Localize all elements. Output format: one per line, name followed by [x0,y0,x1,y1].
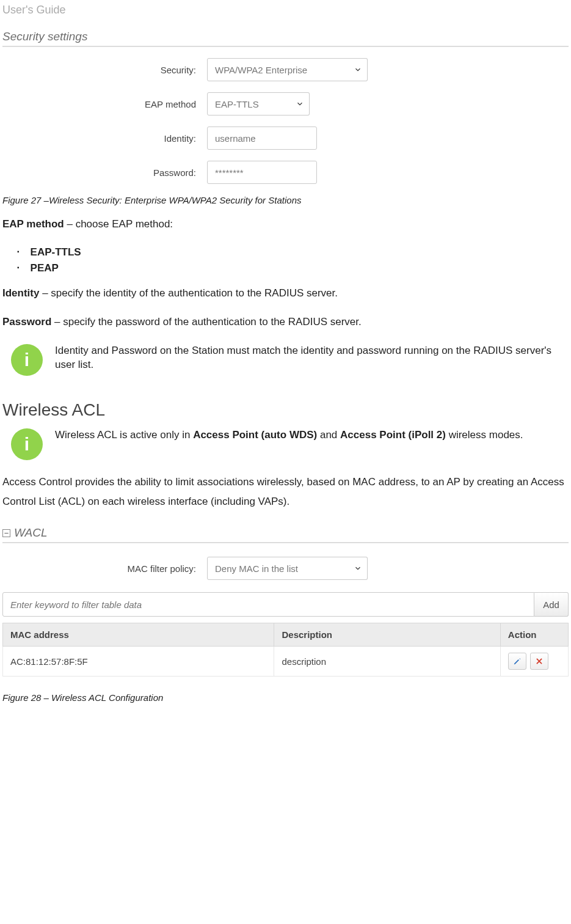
password-field[interactable] [207,161,317,184]
th-desc: Description [274,623,500,647]
row-password: Password: [2,161,569,184]
password-line: Password – specify the password of the a… [2,315,569,329]
edit-button[interactable] [508,653,526,670]
info-box-1: i Identity and Password on the Station m… [11,344,569,376]
eap-list-item: PEAP [17,262,569,274]
close-icon [535,657,544,666]
identity-line: Identity – specify the identity of the a… [2,287,569,301]
figure-28-caption: Figure 28 – Wireless ACL Configuration [2,692,571,703]
eap-method-intro-rest: – choose EAP method: [64,218,173,230]
header-note: User's Guide [2,4,571,16]
info-text-1: Identity and Password on the Station mus… [55,344,569,372]
info2-b1: Access Point (auto WDS) [193,429,317,441]
info-text-2: Wireless ACL is active only in Access Po… [55,428,523,442]
search-input[interactable] [2,592,534,617]
add-button[interactable]: Add [534,592,569,617]
section-wireless-acl: Wireless ACL [2,400,569,420]
label-mac-filter: MAC filter policy: [2,563,207,574]
collapse-icon[interactable]: − [2,529,10,537]
divider [2,542,569,543]
info2-mid: and [317,429,340,441]
panel-title: Security settings [2,30,569,43]
th-mac: MAC address [3,623,274,647]
row-eap: EAP method [2,92,569,116]
cell-mac: AC:81:12:57:8F:5F [3,647,274,676]
info-box-2: i Wireless ACL is active only in Access … [11,428,569,460]
info-icon: i [11,344,43,376]
info2-b2: Access Point (iPoll 2) [340,429,446,441]
figure-27-caption: Figure 27 –Wireless Security: Enterprise… [2,195,571,205]
chevron-down-icon[interactable] [348,58,368,81]
identity-field[interactable] [207,127,317,150]
chevron-down-icon[interactable] [348,557,368,580]
label-security: Security: [2,65,207,75]
chevron-down-icon[interactable] [290,92,310,116]
security-select[interactable] [207,58,351,81]
wacl-title: WACL [14,526,48,540]
delete-button[interactable] [530,653,548,670]
mac-filter-select[interactable] [207,557,351,580]
wacl-panel: − WACL MAC filter policy: Add MAC addres… [2,526,569,676]
identity-line-rest: – specify the identity of the authentica… [39,287,338,299]
identity-line-bold: Identity [2,287,39,299]
info-icon: i [11,428,43,460]
th-action: Action [500,623,568,647]
info2-pre: Wireless ACL is active only in [55,429,193,441]
table-row: AC:81:12:57:8F:5F description [3,647,569,676]
password-line-bold: Password [2,316,51,328]
label-identity: Identity: [2,133,207,144]
eap-method-intro-bold: EAP method [2,218,64,230]
acl-intro: Access Control provides the ability to l… [2,472,569,512]
row-mac-filter: MAC filter policy: [2,557,569,580]
cell-desc: description [274,647,500,676]
info2-post: wireless modes. [446,429,523,441]
pencil-icon [513,657,522,666]
wacl-header: − WACL [2,526,569,540]
row-identity: Identity: [2,127,569,150]
eap-select[interactable] [207,92,293,116]
eap-method-intro: EAP method – choose EAP method: [2,218,569,232]
security-settings-panel: Security settings Security: EAP method I… [2,30,569,184]
eap-list: EAP-TTLS PEAP [17,246,569,274]
label-eap: EAP method [2,99,207,109]
acl-table: MAC address Description Action AC:81:12:… [2,623,569,676]
divider [2,46,569,47]
label-password: Password: [2,167,207,178]
search-row: Add [2,592,569,617]
eap-list-item: EAP-TTLS [17,246,569,258]
password-line-rest: – specify the password of the authentica… [51,316,361,328]
cell-action [500,647,568,676]
row-security: Security: [2,58,569,81]
